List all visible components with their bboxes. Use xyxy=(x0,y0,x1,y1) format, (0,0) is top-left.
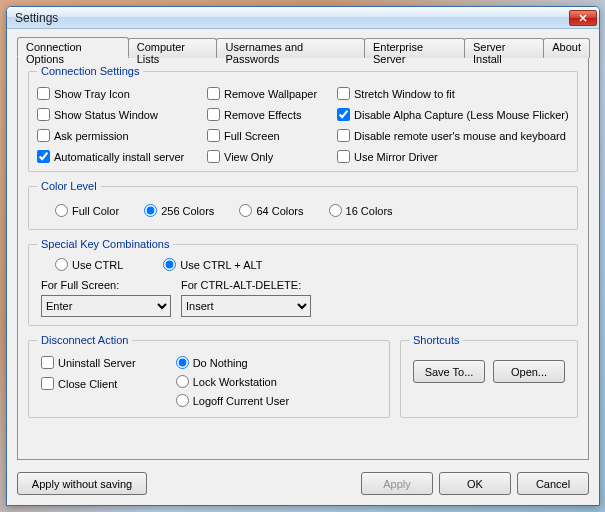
rad-use-ctrl[interactable]: Use CTRL xyxy=(55,258,123,271)
chk-close-client-input[interactable] xyxy=(41,377,54,390)
tab-server-install[interactable]: Server Install xyxy=(464,38,544,58)
chk-uninstall-server-label: Uninstall Server xyxy=(58,357,136,369)
cad-select[interactable]: Insert xyxy=(181,295,311,317)
rad-use-ctrl-input[interactable] xyxy=(55,258,68,271)
save-to-button[interactable]: Save To... xyxy=(413,360,485,383)
rad-use-ctrl-alt-input[interactable] xyxy=(163,258,176,271)
connection-settings-group: Connection Settings Show Tray Icon Remov… xyxy=(28,65,578,172)
rad-use-ctrl-alt[interactable]: Use CTRL + ALT xyxy=(163,258,262,271)
rad-full-color-label: Full Color xyxy=(72,205,119,217)
rad-lock-workstation-label: Lock Workstation xyxy=(193,376,277,388)
shortcuts-group: Shortcuts Save To... Open... xyxy=(400,334,578,418)
chk-ask-permission[interactable]: Ask permission xyxy=(37,129,207,142)
shortcuts-body: Save To... Open... xyxy=(409,352,569,391)
chk-remove-wallpaper-input[interactable] xyxy=(207,87,220,100)
disconnect-action-legend: Disconnect Action xyxy=(37,334,132,346)
chk-view-only-label: View Only xyxy=(224,151,273,163)
chk-use-mirror-driver[interactable]: Use Mirror Driver xyxy=(337,150,569,163)
rad-64-colors-label: 64 Colors xyxy=(256,205,303,217)
chk-close-client[interactable]: Close Client xyxy=(41,377,136,390)
rad-do-nothing[interactable]: Do Nothing xyxy=(176,356,289,369)
rad-full-color-input[interactable] xyxy=(55,204,68,217)
rad-lock-workstation[interactable]: Lock Workstation xyxy=(176,375,289,388)
chk-show-tray-icon-input[interactable] xyxy=(37,87,50,100)
disconnect-radios: Do Nothing Lock Workstation Logoff Curre… xyxy=(176,356,289,407)
chk-ask-permission-input[interactable] xyxy=(37,129,50,142)
full-screen-select[interactable]: Enter xyxy=(41,295,171,317)
cad-select-group: For CTRL-ALT-DELETE: Insert xyxy=(181,279,311,317)
rad-logoff-user[interactable]: Logoff Current User xyxy=(176,394,289,407)
chk-remove-wallpaper[interactable]: Remove Wallpaper xyxy=(207,87,337,100)
chk-remove-effects-label: Remove Effects xyxy=(224,109,301,121)
tab-usernames-passwords[interactable]: Usernames and Passwords xyxy=(216,38,364,58)
rad-256-colors-input[interactable] xyxy=(144,204,157,217)
chk-auto-install-server-input[interactable] xyxy=(37,150,50,163)
chk-close-client-label: Close Client xyxy=(58,378,117,390)
color-level-row: Full Color 256 Colors 64 Colors 16 Color… xyxy=(37,198,569,221)
chk-show-tray-icon-label: Show Tray Icon xyxy=(54,88,130,100)
chk-view-only[interactable]: View Only xyxy=(207,150,337,163)
chk-disable-alpha-capture-input[interactable] xyxy=(337,108,350,121)
chk-disable-remote-mouse-keyboard[interactable]: Disable remote user's mouse and keyboard xyxy=(337,129,569,142)
apply-without-saving-button[interactable]: Apply without saving xyxy=(17,472,147,495)
disconnect-body: Uninstall Server Close Client Do Nothing… xyxy=(37,352,381,409)
chk-uninstall-server-input[interactable] xyxy=(41,356,54,369)
special-key-legend: Special Key Combinations xyxy=(37,238,173,250)
chk-disable-remote-mouse-keyboard-input[interactable] xyxy=(337,129,350,142)
shortcuts-legend: Shortcuts xyxy=(409,334,463,346)
rad-logoff-user-label: Logoff Current User xyxy=(193,395,289,407)
connection-settings-legend: Connection Settings xyxy=(37,65,143,77)
chk-full-screen-input[interactable] xyxy=(207,129,220,142)
rad-64-colors[interactable]: 64 Colors xyxy=(239,204,303,217)
ok-button[interactable]: OK xyxy=(439,472,511,495)
rad-16-colors-input[interactable] xyxy=(329,204,342,217)
open-button[interactable]: Open... xyxy=(493,360,565,383)
chk-remove-wallpaper-label: Remove Wallpaper xyxy=(224,88,317,100)
settings-window: Settings Connection Options Computer Lis… xyxy=(6,6,600,506)
rad-do-nothing-input[interactable] xyxy=(176,356,189,369)
color-level-group: Color Level Full Color 256 Colors 64 Col… xyxy=(28,180,578,230)
chk-full-screen-label: Full Screen xyxy=(224,130,280,142)
rad-logoff-user-input[interactable] xyxy=(176,394,189,407)
chk-disable-alpha-capture[interactable]: Disable Alpha Capture (Less Mouse Flicke… xyxy=(337,108,569,121)
rad-use-ctrl-alt-label: Use CTRL + ALT xyxy=(180,259,262,271)
full-screen-select-group: For Full Screen: Enter xyxy=(41,279,171,317)
chk-show-tray-icon[interactable]: Show Tray Icon xyxy=(37,87,207,100)
chk-uninstall-server[interactable]: Uninstall Server xyxy=(41,356,136,369)
chk-stretch-window[interactable]: Stretch Window to fit xyxy=(337,87,569,100)
rad-64-colors-input[interactable] xyxy=(239,204,252,217)
chk-disable-alpha-capture-label: Disable Alpha Capture (Less Mouse Flicke… xyxy=(354,109,569,121)
special-key-group: Special Key Combinations Use CTRL Use CT… xyxy=(28,238,578,326)
tab-computer-lists[interactable]: Computer Lists xyxy=(128,38,218,58)
rad-use-ctrl-label: Use CTRL xyxy=(72,259,123,271)
cancel-button[interactable]: Cancel xyxy=(517,472,589,495)
tab-enterprise-server[interactable]: Enterprise Server xyxy=(364,38,465,58)
apply-button[interactable]: Apply xyxy=(361,472,433,495)
chk-remove-effects[interactable]: Remove Effects xyxy=(207,108,337,121)
close-button[interactable] xyxy=(569,10,597,26)
chk-show-status-window-input[interactable] xyxy=(37,108,50,121)
rad-full-color[interactable]: Full Color xyxy=(55,204,119,217)
chk-show-status-window[interactable]: Show Status Window xyxy=(37,108,207,121)
connection-settings-grid: Show Tray Icon Remove Wallpaper Stretch … xyxy=(37,83,569,163)
cad-label: For CTRL-ALT-DELETE: xyxy=(181,279,311,291)
color-level-legend: Color Level xyxy=(37,180,101,192)
chk-view-only-input[interactable] xyxy=(207,150,220,163)
chk-disable-remote-mouse-keyboard-label: Disable remote user's mouse and keyboard xyxy=(354,130,566,142)
chk-use-mirror-driver-input[interactable] xyxy=(337,150,350,163)
chk-remove-effects-input[interactable] xyxy=(207,108,220,121)
chk-stretch-window-input[interactable] xyxy=(337,87,350,100)
rad-16-colors-label: 16 Colors xyxy=(346,205,393,217)
rad-do-nothing-label: Do Nothing xyxy=(193,357,248,369)
rad-lock-workstation-input[interactable] xyxy=(176,375,189,388)
window-body: Connection Options Computer Lists Userna… xyxy=(7,29,599,505)
rad-256-colors[interactable]: 256 Colors xyxy=(144,204,214,217)
rad-16-colors[interactable]: 16 Colors xyxy=(329,204,393,217)
disconnect-action-group: Disconnect Action Uninstall Server Close… xyxy=(28,334,390,418)
tab-about[interactable]: About xyxy=(543,38,590,58)
chk-auto-install-server[interactable]: Automatically install server xyxy=(37,150,207,163)
tab-connection-options[interactable]: Connection Options xyxy=(17,37,129,57)
chk-full-screen[interactable]: Full Screen xyxy=(207,129,337,142)
window-title: Settings xyxy=(15,11,569,25)
full-screen-label: For Full Screen: xyxy=(41,279,171,291)
